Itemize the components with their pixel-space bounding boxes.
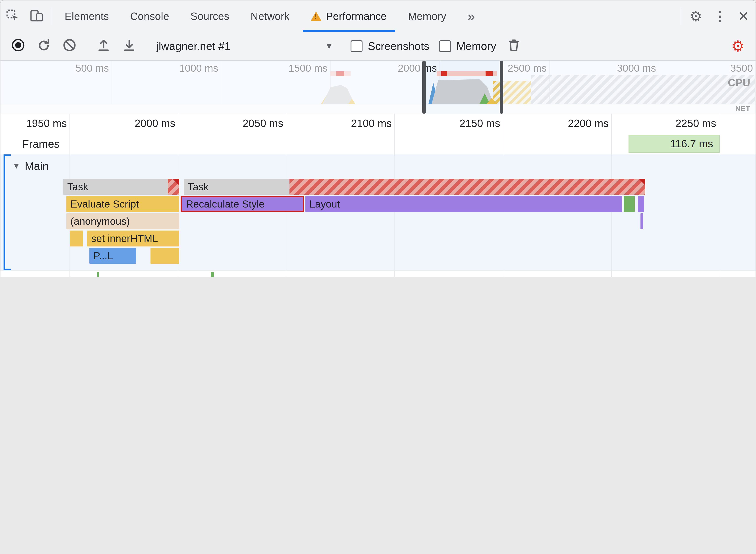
inspect-cursor-icon: [5, 8, 19, 24]
gpu-activity-bar[interactable]: [211, 272, 214, 277]
selection-handle-right[interactable]: [500, 61, 503, 114]
task-bar[interactable]: Task: [63, 179, 179, 195]
gridline: [394, 114, 395, 277]
small-rendering-bar[interactable]: [641, 213, 643, 229]
trash-icon: [507, 38, 521, 54]
timeline-detail[interactable]: 1950 ms 2000 ms 2050 ms 2100 ms 2150 ms …: [0, 114, 756, 277]
memory-checkbox[interactable]: [439, 40, 451, 52]
long-task-corner: [173, 179, 179, 185]
menu-button[interactable]: ⋮: [708, 0, 732, 32]
task-bar[interactable]: Task: [184, 179, 645, 195]
selection-curtain-right: [503, 61, 756, 114]
inspect-element-button[interactable]: [0, 0, 24, 32]
detail-tick: 2150 ms: [435, 117, 500, 130]
save-profile-button[interactable]: [118, 36, 141, 57]
small-rendering-bar[interactable]: [638, 196, 644, 212]
close-devtools-button[interactable]: ✕: [732, 0, 756, 32]
screenshots-checkbox-label[interactable]: Screenshots: [347, 40, 433, 52]
gpu-activity-bar[interactable]: [97, 272, 99, 277]
more-tabs-button[interactable]: »: [457, 0, 486, 32]
triangle-down-icon: ▼: [12, 162, 20, 171]
reload-icon: [36, 38, 51, 54]
detail-tick: 2100 ms: [326, 117, 392, 130]
tab-sources[interactable]: Sources: [180, 0, 240, 32]
device-toolbar-button[interactable]: [24, 0, 48, 32]
timeline-overview[interactable]: 500 ms 1000 ms 1500 ms 2000 ms 2500 ms 3…: [0, 61, 756, 114]
recalculate-style-bar[interactable]: Recalculate Style: [180, 196, 304, 212]
record-icon: [11, 38, 26, 54]
gear-red-icon: ⚙: [731, 39, 745, 54]
capture-settings-button[interactable]: ⚙: [726, 36, 749, 57]
detail-tick: 2200 ms: [543, 117, 609, 130]
tab-elements[interactable]: Elements: [54, 0, 119, 32]
device-toolbar-icon: [29, 8, 43, 24]
long-task-corner: [639, 179, 645, 185]
detail-tick: 2050 ms: [218, 117, 283, 130]
gpu-track: [0, 270, 756, 277]
paint-bar[interactable]: [624, 196, 635, 212]
evaluate-script-bar[interactable]: Evaluate Script: [66, 196, 179, 212]
triangle-right-icon: ▶: [12, 276, 18, 277]
gridline: [69, 114, 70, 277]
script-bar[interactable]: [70, 230, 83, 246]
layout-bar[interactable]: Layout: [306, 196, 622, 212]
parse-html-bar[interactable]: P...L: [90, 248, 136, 264]
load-profile-button[interactable]: [92, 36, 115, 57]
gridline: [286, 114, 286, 277]
separator: [681, 7, 681, 25]
screenshots-checkbox[interactable]: [350, 40, 363, 52]
set-innerhtml-bar[interactable]: set innerHTML: [87, 230, 179, 246]
frames-track-label: Frames: [22, 137, 59, 151]
settings-button[interactable]: ⚙: [684, 0, 708, 32]
detail-tick: 2000 ms: [110, 117, 175, 130]
gridline: [503, 114, 503, 277]
gear-icon: ⚙: [689, 9, 702, 23]
profile-select[interactable]: jlwagner.net #1 ▾: [152, 40, 336, 52]
selection-curtain-left: [0, 61, 422, 114]
block-icon: [62, 38, 77, 54]
reload-and-record-button[interactable]: [32, 36, 55, 57]
tab-console[interactable]: Console: [119, 0, 180, 32]
frame-duration-chip[interactable]: 116.7 ms: [629, 135, 720, 153]
chevron-double-right-icon: »: [468, 9, 475, 23]
clear-recording-button[interactable]: [58, 36, 81, 57]
gpu-track-header[interactable]: ▶ GPU: [12, 275, 47, 277]
long-task-hatch: [289, 179, 645, 195]
record-button[interactable]: [7, 36, 30, 57]
tab-memory[interactable]: Memory: [397, 0, 457, 32]
performance-toolbar: jlwagner.net #1 ▾ Screenshots Memory ⚙: [0, 32, 756, 61]
main-track-selection-bracket: [4, 155, 11, 270]
warning-icon: [311, 11, 321, 21]
kebab-menu-icon: ⋮: [713, 9, 726, 23]
devtools-tabbar: Elements Console Sources Network Perform…: [0, 0, 756, 32]
detail-tick: 2250 ms: [651, 117, 716, 130]
tab-performance[interactable]: Performance: [300, 0, 397, 32]
upload-icon: [96, 38, 111, 54]
garbage-collect-button[interactable]: [502, 36, 526, 57]
selection-handle-left[interactable]: [422, 61, 426, 114]
memory-checkbox-label[interactable]: Memory: [436, 40, 500, 52]
script-bar[interactable]: [151, 248, 179, 264]
frames-track: Frames 116.7 ms: [0, 133, 756, 155]
chevron-down-icon: ▾: [327, 41, 331, 51]
detail-tick: 1950 ms: [1, 117, 67, 130]
close-icon: ✕: [738, 9, 749, 23]
download-icon: [122, 38, 137, 54]
profile-select-value: jlwagner.net #1: [156, 40, 231, 52]
gridline: [611, 114, 612, 277]
main-track-header[interactable]: ▼ Main: [12, 160, 49, 173]
anonymous-bar[interactable]: (anonymous): [66, 213, 179, 229]
devtools-window: Elements Console Sources Network Perform…: [0, 0, 756, 277]
tab-network[interactable]: Network: [240, 0, 300, 32]
separator: [51, 7, 51, 25]
